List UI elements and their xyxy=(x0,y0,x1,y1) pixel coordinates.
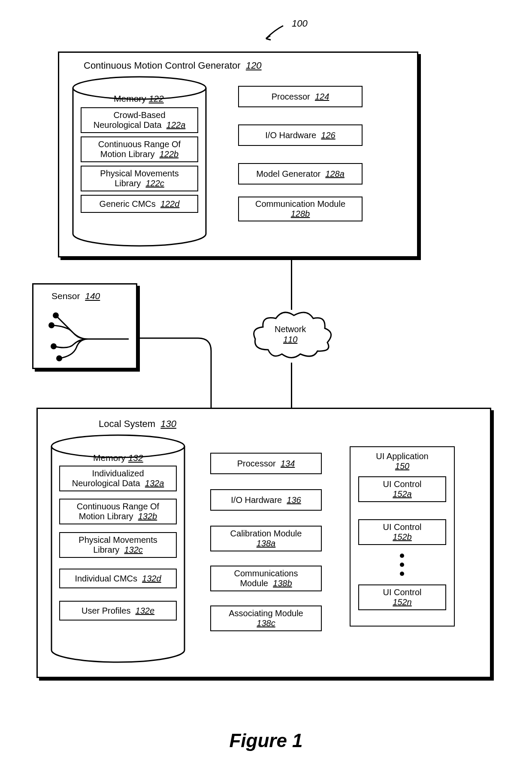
component-box: I/O Hardware 136 xyxy=(210,489,322,511)
ui-control-box: UI Control 152b xyxy=(358,519,446,545)
component-box: Calibration Module 138a xyxy=(210,526,322,551)
component-box: Associating Module 138c xyxy=(210,605,322,631)
mem-item: Physical Movements Library 122c xyxy=(81,166,198,191)
figure-ref: 100 xyxy=(292,18,308,29)
svg-point-8 xyxy=(400,572,404,576)
component-box: Model Generator 128a xyxy=(238,163,363,185)
component-box: Processor 124 xyxy=(238,86,363,107)
sensor-title: Sensor 140 xyxy=(51,291,100,301)
svg-point-1 xyxy=(53,312,59,318)
mem-item: Continuous Range Of Motion Library 122b xyxy=(81,136,198,162)
ui-app-title: UI Application xyxy=(376,451,428,461)
ui-control-box: UI Control 152a xyxy=(358,476,446,502)
component-box: I/O Hardware 126 xyxy=(238,124,363,146)
svg-point-7 xyxy=(400,563,404,567)
svg-point-4 xyxy=(56,355,62,361)
local-title: Local System 130 xyxy=(99,418,176,430)
connector-line xyxy=(138,337,215,410)
mem-item: Individual CMCs 132d xyxy=(59,569,177,588)
component-box: Communication Module 128b xyxy=(238,197,363,221)
mem-item: User Profiles 132e xyxy=(59,601,177,621)
ui-app-ref: 150 xyxy=(395,461,409,471)
sensor-icon xyxy=(39,305,131,365)
component-box: Communications Module 138b xyxy=(210,566,322,591)
svg-point-6 xyxy=(400,554,404,558)
svg-point-2 xyxy=(48,322,54,328)
ui-control-box: UI Control 152n xyxy=(358,584,446,610)
mem-item: Physical Movements Library 132c xyxy=(59,532,177,558)
figure-title: Figure 1 xyxy=(229,730,302,751)
cmcg-title: Continuous Motion Control Generator 120 xyxy=(84,60,262,71)
mem-item: Continuous Range Of Motion Library 132b xyxy=(59,499,177,524)
mem-item: Crowd-Based Neurological Data 122a xyxy=(81,107,198,133)
leader-arrow-icon xyxy=(262,24,287,41)
network-label: Network 110 xyxy=(275,324,306,345)
cmcg-memory-title: Memory 122 xyxy=(114,94,164,104)
local-memory-title: Memory 132 xyxy=(93,453,143,463)
mem-item: Generic CMCs 122d xyxy=(81,195,198,213)
mem-item: Individualized Neurological Data 132a xyxy=(59,466,177,491)
component-box: Processor 134 xyxy=(210,453,322,474)
svg-point-3 xyxy=(51,343,57,349)
ellipsis-icon xyxy=(399,553,405,577)
connector-line xyxy=(291,260,292,310)
connector-line xyxy=(291,363,292,408)
